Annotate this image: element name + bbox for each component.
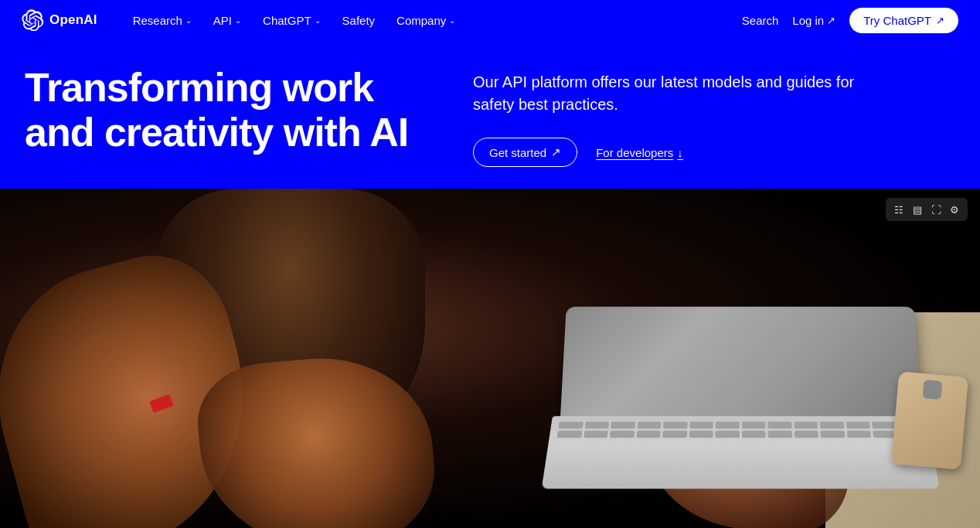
hero-image-section: ☷ ▤ ⛶ ⚙ [0,189,980,528]
laptop-keyboard [542,416,940,489]
hero-left: Transforming work and creativity with AI [25,65,427,155]
navbar: OpenAI Research ⌄ API ⌄ ChatGPT ⌄ Safety… [0,0,980,40]
key [689,421,713,428]
hero-right: Our API platform offers our latest model… [473,65,955,167]
arrow-icon: ↗ [551,145,561,159]
logo[interactable]: OpenAI [22,9,97,31]
settings-icon[interactable]: ⚙ [946,201,963,218]
key [636,431,661,438]
chevron-down-icon: ⌄ [449,16,455,25]
key [611,421,635,428]
logo-text: OpenAI [49,12,97,28]
openai-logo-icon [22,9,43,31]
hero-description: Our API platform offers our latest model… [473,71,890,116]
key [584,431,608,438]
key [610,431,635,438]
key [558,421,583,428]
hero-title: Transforming work and creativity with AI [25,65,427,155]
hero-photo [0,189,980,528]
key [557,431,582,438]
key [716,421,740,428]
hero-cta: Get started ↗ For developers ↓ [473,138,955,167]
columns-view-icon[interactable]: ▤ [909,201,926,218]
arrow-icon: ↗ [936,15,944,26]
key [663,421,687,428]
try-chatgpt-button[interactable]: Try ChatGPT ↗ [849,8,958,33]
key [846,431,871,438]
key [715,431,739,438]
key [794,431,818,438]
key [872,421,897,428]
keyboard-keys [549,416,933,443]
nav-item-company[interactable]: Company ⌄ [386,0,466,40]
key [767,431,791,438]
chevron-down-icon: ⌄ [235,16,241,25]
laptop [532,320,918,528]
nav-right: Search Log in ↗ Try ChatGPT ↗ [742,8,958,33]
external-link-icon: ↗ [827,15,835,26]
key [794,421,818,428]
key [820,431,845,438]
search-button[interactable]: Search [742,14,779,27]
get-started-button[interactable]: Get started ↗ [473,138,577,167]
arrow-down-icon: ↓ [677,146,683,159]
key [767,421,791,428]
key [846,421,870,428]
nav-links: Research ⌄ API ⌄ ChatGPT ⌄ Safety Compan… [122,0,742,40]
key [584,421,609,428]
hero-section: Transforming work and creativity with AI… [0,40,980,189]
nav-item-research[interactable]: Research ⌄ [122,0,202,40]
key [741,421,765,428]
phone-object [891,371,968,469]
key [637,421,662,428]
nav-item-safety[interactable]: Safety [332,0,386,40]
expand-icon[interactable]: ⛶ [927,201,944,218]
chevron-down-icon: ⌄ [315,16,321,25]
key [820,421,845,428]
for-developers-button[interactable]: For developers ↓ [596,146,683,159]
nav-item-api[interactable]: API ⌄ [202,0,252,40]
chevron-down-icon: ⌄ [185,16,192,25]
grid-view-icon[interactable]: ☷ [890,201,907,218]
key [741,431,765,438]
key [689,431,713,438]
login-button[interactable]: Log in ↗ [792,14,835,27]
image-toolbar: ☷ ▤ ⛶ ⚙ [886,198,968,221]
nav-item-chatgpt[interactable]: ChatGPT ⌄ [252,0,332,40]
phone-camera [922,380,942,400]
key [662,431,687,438]
